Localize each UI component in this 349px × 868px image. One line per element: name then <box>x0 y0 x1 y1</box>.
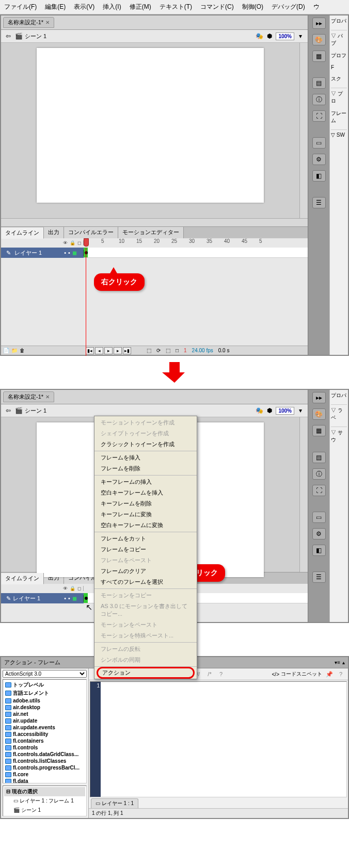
actionscript-version-select[interactable]: ActionScript 3.0 <box>3 670 87 678</box>
transform-icon[interactable]: ⛶ <box>312 110 326 122</box>
delete-layer-icon[interactable]: 🗑 <box>20 348 25 353</box>
stage[interactable] <box>37 48 264 203</box>
collapse-panel-icon[interactable]: ▴ <box>342 660 345 665</box>
close-tab-icon[interactable]: ✕ <box>45 394 50 400</box>
toolbox-item[interactable]: adobe.utils <box>4 697 85 704</box>
tab-timeline[interactable]: タイムライン <box>1 573 44 584</box>
timeline-ruler[interactable]: 1 5 10 15 20 25 30 35 40 45 5 <box>84 238 308 248</box>
menu-debug[interactable]: デバッグ(D) <box>267 1 309 13</box>
toolbox-item[interactable]: fl.data <box>4 778 85 783</box>
code-text-area[interactable] <box>101 682 346 797</box>
motion-presets-icon[interactable]: ◧ <box>312 545 326 556</box>
layer-lock-icon[interactable]: • <box>68 250 70 256</box>
pin-script-icon[interactable]: 📌 <box>325 670 334 678</box>
document-tab[interactable]: 名称未設定-1* ✕ <box>3 17 54 28</box>
ctx-clear-frames[interactable]: フレームのクリア <box>94 566 197 577</box>
menu-window[interactable]: ウ <box>309 1 324 13</box>
expand-panels-icon[interactable]: ▸▸ <box>312 18 326 29</box>
zoom-level[interactable]: 100% <box>276 407 294 415</box>
next-frame-button[interactable]: ▸ <box>114 347 122 354</box>
layer-visible-icon[interactable]: • <box>64 250 66 256</box>
onion-outlines-icon[interactable]: □ <box>176 348 179 353</box>
toolbox-item[interactable]: fl.accessibility <box>4 731 85 738</box>
last-frame-button[interactable]: ▸▮ <box>123 347 131 354</box>
align-icon[interactable]: ▤ <box>312 452 326 463</box>
eye-icon[interactable]: 👁 <box>63 240 68 245</box>
zoom-level[interactable]: 100% <box>276 32 294 40</box>
edit-scene-icon[interactable]: 🎭 <box>255 406 263 415</box>
toolbox-item[interactable]: トップレベル <box>4 681 85 689</box>
align-icon[interactable]: ▤ <box>312 77 326 89</box>
zoom-dropdown-icon[interactable]: ▾ <box>296 32 305 40</box>
ctx-select-all-frames[interactable]: すべてのフレームを選択 <box>94 577 197 587</box>
horizontal-scrollbar[interactable] <box>1 218 308 226</box>
project-icon[interactable]: ☰ <box>312 197 326 208</box>
expand-panels-icon[interactable]: ▸▸ <box>312 392 326 403</box>
tab-compiler-errors[interactable]: コンパイルエラー <box>64 227 118 238</box>
grid-icon[interactable]: ▦ <box>312 51 326 62</box>
menu-control[interactable]: 制御(O) <box>238 1 267 13</box>
menu-edit[interactable]: 編集(E) <box>41 1 70 13</box>
ctx-convert-keyframe[interactable]: キーフレームに変換 <box>94 509 197 520</box>
menu-bar[interactable]: ファイル(F) 編集(E) 表示(V) 挿入(I) 修正(M) テキスト(T) … <box>0 0 349 14</box>
vertical-scrollbar[interactable] <box>299 43 308 218</box>
code-snippets-button[interactable]: </> コードスニペット <box>272 670 322 678</box>
project-icon[interactable]: ☰ <box>312 571 326 583</box>
tab-output[interactable]: 出力 <box>44 227 64 238</box>
toolbox-item[interactable]: fl.controls.progressBarCl... <box>4 764 85 771</box>
menu-insert[interactable]: 挿入(I) <box>99 1 125 13</box>
layer-row[interactable]: ✎ レイヤー 1 • • ◼ <box>1 248 308 258</box>
ctx-actions[interactable]: アクション <box>97 667 195 679</box>
back-arrow-icon[interactable]: ⇦ <box>4 406 12 415</box>
menu-file[interactable]: ファイル(F) <box>0 1 41 13</box>
keyframe-icon[interactable] <box>85 597 88 600</box>
toolbox-item[interactable]: air.update.events <box>4 724 85 731</box>
current-selection-item[interactable]: ▭ レイヤー 1 : フレーム 1 <box>4 796 85 806</box>
first-frame-button[interactable]: ▮◂ <box>86 347 94 354</box>
menu-commands[interactable]: コマンド(C) <box>196 1 238 13</box>
layer-name[interactable]: ✎ レイヤー 1 <box>1 249 58 257</box>
toolbox-item[interactable]: air.net <box>4 711 85 717</box>
center-frame-icon[interactable]: ⟳ <box>156 348 161 353</box>
new-layer-icon[interactable]: 📄 <box>3 348 9 353</box>
zoom-dropdown-icon[interactable]: ▾ <box>296 406 305 415</box>
actionscript-toolbox[interactable]: トップレベル 言語エレメント adobe.utils air.desktop a… <box>3 679 87 783</box>
ctx-clear-keyframe[interactable]: キーフレームを削除 <box>94 498 197 509</box>
close-tab-icon[interactable]: ✕ <box>45 20 50 25</box>
tab-timeline[interactable]: タイムライン <box>1 227 44 239</box>
keyframe-icon[interactable] <box>85 251 88 254</box>
info-icon[interactable]: ⓘ <box>312 468 326 480</box>
script-tab[interactable]: ▭ レイヤー 1 : 1 <box>91 798 138 808</box>
info-icon[interactable]: ⓘ <box>312 94 326 105</box>
edit-multiple-icon[interactable]: ⬚ <box>166 348 170 353</box>
outline-icon[interactable]: ◻ <box>77 240 81 245</box>
layer-toggles[interactable]: • • ◼ <box>58 250 84 256</box>
tab-motion-editor[interactable]: モーションエディター <box>118 227 184 238</box>
library-icon[interactable]: ▭ <box>312 512 326 523</box>
script-editor[interactable]: 1 <box>90 681 347 797</box>
menu-modify[interactable]: 修正(M) <box>125 1 155 13</box>
onion-skin-icon[interactable]: ⬚ <box>147 348 151 353</box>
toolbox-item[interactable]: fl.containers <box>4 738 85 744</box>
library-icon[interactable]: ▭ <box>312 137 326 149</box>
color-swatches-icon[interactable]: 🎨 <box>312 408 326 420</box>
toolbox-item[interactable]: fl.core <box>4 771 85 778</box>
document-tab[interactable]: 名称未設定-1* ✕ <box>3 391 54 402</box>
toolbox-item[interactable]: 言語エレメント <box>4 689 85 697</box>
playhead[interactable] <box>84 238 89 247</box>
back-arrow-icon[interactable]: ⇦ <box>4 32 12 40</box>
lock-icon[interactable]: 🔒 <box>70 240 75 245</box>
toolbox-item[interactable]: air.desktop <box>4 704 85 711</box>
grid-icon[interactable]: ▦ <box>312 425 326 436</box>
edit-scene-icon[interactable]: 🎭 <box>255 32 263 40</box>
ctx-convert-blank-keyframe[interactable]: 空白キーフレームに変換 <box>94 520 197 531</box>
uncomment-icon[interactable]: /* <box>205 670 214 678</box>
ctx-remove-frame[interactable]: フレームを削除 <box>94 463 197 474</box>
menu-view[interactable]: 表示(V) <box>70 1 99 13</box>
ctx-insert-keyframe[interactable]: キーフレームの挿入 <box>94 477 197 487</box>
ctx-insert-frame[interactable]: フレームを挿入 <box>94 452 197 463</box>
vertical-scrollbar[interactable] <box>299 417 308 572</box>
prev-frame-button[interactable]: ◂ <box>95 347 103 354</box>
components-icon[interactable]: ⚙ <box>312 528 326 539</box>
script-navigator[interactable]: ⊟ 現在の選択 ▭ レイヤー 1 : フレーム 1 🎬 シーン 1 <box>3 785 87 816</box>
